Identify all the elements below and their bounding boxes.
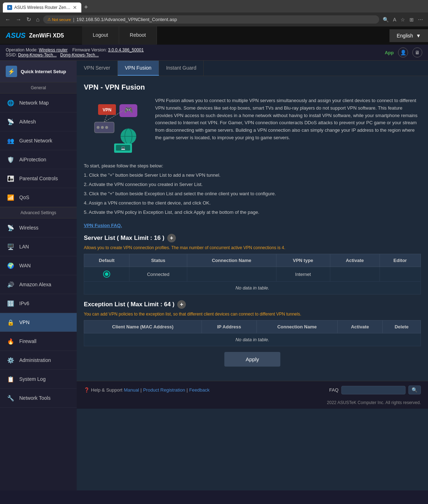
manual-link[interactable]: Manual [124, 387, 139, 393]
step-1: 1. Click the "+" button beside Server Li… [84, 171, 421, 180]
search-icon-btn[interactable]: 🔍 [381, 15, 390, 24]
faq-section: FAQ 🔍 [329, 385, 421, 394]
firmware-link[interactable]: 3.0.0.4.386_50001 [108, 47, 144, 52]
sidebar: ⚡ Quick Internet Setup General 🌐 Network… [0, 61, 77, 490]
language-selector[interactable]: English ▼ [389, 29, 428, 42]
ssid2-link[interactable]: Dong-Knows-Tech... [60, 52, 99, 57]
footer-links: ❓ Help & Support Manual | Product Regist… [84, 387, 209, 393]
user-icon[interactable]: 👤 [398, 47, 408, 57]
asus-logo: ASUS [6, 31, 26, 40]
vpn-icon: 🔒 [6, 317, 16, 327]
administration-icon: ⚙️ [6, 355, 16, 365]
browser-chrome: A ASUS Wireless Router ZenWiFi X... ✕ + … [0, 0, 428, 26]
system-log-icon: 📋 [6, 374, 16, 384]
sidebar-item-network-tools[interactable]: 🔧 Network Tools [0, 389, 77, 408]
sidebar-item-wireless[interactable]: 📡 Wireless [0, 218, 77, 237]
registration-link[interactable]: Product Registration [143, 387, 185, 393]
sidebar-item-label-wan: WAN [19, 263, 31, 268]
router-header: ASUS ZenWiFi XD5 Logout Reboot English ▼ [0, 26, 428, 45]
browser-tab[interactable]: A ASUS Wireless Router ZenWiFi X... ✕ [3, 2, 81, 12]
refresh-button[interactable]: ↻ [25, 15, 32, 24]
server-row-1: Connected Internet [84, 267, 421, 282]
mode-link[interactable]: Wireless router [39, 47, 68, 52]
add-exception-button[interactable]: + [177, 300, 186, 309]
logout-button[interactable]: Logout [82, 26, 119, 45]
app-label: App [385, 50, 394, 55]
default-dot [103, 271, 110, 278]
sidebar-item-system-log[interactable]: 📋 System Log [0, 370, 77, 389]
svg-point-3 [97, 126, 100, 129]
tab-close-btn[interactable]: ✕ [73, 5, 77, 10]
server-list-header: Server List ( Max Limit : 16 ) + [84, 234, 421, 242]
exception-col-connection-name: Connection Name [256, 321, 337, 333]
monitor-icon[interactable]: 🖥 [412, 47, 422, 57]
step-3: 3. Click the "+" button beside Exception… [84, 189, 421, 198]
sidebar-item-guest-network[interactable]: 👥 Guest Network [0, 131, 77, 150]
faq-search-input[interactable] [341, 386, 406, 394]
sidebar-item-amazon-alexa[interactable]: 🔊 Amazon Alexa [0, 275, 77, 294]
address-bar[interactable]: ⚠ Not secure | 192.168.50.1/Advanced_VPN… [43, 15, 379, 24]
server-empty-message: No data in table. [84, 282, 421, 294]
sidebar-item-qos[interactable]: 📶 QoS [0, 188, 77, 207]
vpn-faq-link[interactable]: VPN Fusion FAQ. [84, 223, 122, 228]
server-list-title: Server List ( Max Limit : 16 ) [84, 235, 164, 242]
sidebar-item-wan[interactable]: 🌍 WAN [0, 256, 77, 275]
info-bar-text: Operation Mode: Wireless router Firmware… [6, 47, 144, 57]
steps-title: To start, please follow the steps below: [84, 161, 421, 171]
vpn-intro-section: VPN 🎮 [84, 97, 421, 154]
feedback-link[interactable]: Feedback [189, 387, 209, 393]
help-icon: ❓ [84, 387, 90, 393]
info-bar: Operation Mode: Wireless router Firmware… [0, 45, 428, 61]
sidebar-item-vpn[interactable]: 🔒 VPN [0, 313, 77, 332]
sidebar-item-label-qos: QoS [19, 195, 29, 200]
amazon-alexa-icon: 🔊 [6, 279, 16, 289]
quick-setup-label: Quick Internet Setup [21, 69, 66, 74]
sidebar-item-administration[interactable]: ⚙️ Administration [0, 351, 77, 370]
qos-icon: 📶 [6, 192, 16, 202]
tab-vpn-fusion[interactable]: VPN Fusion [118, 61, 159, 76]
sidebar-item-ipv6[interactable]: 🔢 IPv6 [0, 294, 77, 313]
svg-text:💻: 💻 [121, 146, 126, 150]
sidebar-item-firewall[interactable]: 🔥 Firewall [0, 332, 77, 351]
sidebar-item-label-wireless: Wireless [19, 225, 39, 231]
server-table-header-row: Default Status Connection Name VPN type … [84, 254, 421, 267]
faq-search-button[interactable]: 🔍 [408, 385, 421, 394]
firewall-icon: 🔥 [6, 336, 16, 346]
exception-col-activate: Activate [337, 321, 382, 333]
collections-icon-btn[interactable]: ⊞ [408, 15, 415, 24]
footer: ❓ Help & Support Manual | Product Regist… [77, 381, 428, 399]
svg-line-14 [104, 115, 107, 122]
sidebar-item-aimesh[interactable]: 📡 AiMesh [0, 112, 77, 131]
exception-list-title: Exception List ( Max Limit : 64 ) [84, 301, 174, 308]
tab-vpn-server[interactable]: VPN Server [77, 61, 118, 76]
vpn-diagram-svg: VPN 🎮 [87, 97, 144, 154]
sidebar-item-aiprotection[interactable]: 🛡️ AiProtection [0, 150, 77, 169]
network-tools-icon: 🔧 [6, 393, 16, 403]
profile-icon-btn[interactable]: A [392, 15, 398, 24]
home-button[interactable]: ⌂ [35, 15, 41, 24]
sidebar-item-label-parental-controls: Parental Controls [19, 176, 58, 181]
sidebar-item-label-firewall: Firewall [19, 338, 36, 344]
sidebar-item-lan[interactable]: 🖥️ LAN [0, 237, 77, 256]
forward-button[interactable]: → [14, 15, 23, 24]
more-icon-btn[interactable]: ⋯ [417, 15, 424, 24]
server-row-1-status: Connected [129, 267, 187, 282]
reboot-button[interactable]: Reboot [119, 26, 157, 45]
add-server-button[interactable]: + [167, 234, 176, 242]
ssid1-link[interactable]: Dong-Knows-Tech... [18, 52, 57, 57]
svg-point-4 [101, 126, 104, 129]
quick-setup-item[interactable]: ⚡ Quick Internet Setup [0, 61, 77, 82]
sidebar-item-parental-controls[interactable]: 👨‍👧 Parental Controls [0, 169, 77, 188]
server-row-1-editor [379, 267, 421, 282]
back-button[interactable]: ← [4, 15, 12, 24]
apply-button[interactable]: Apply [224, 352, 281, 367]
new-tab-button[interactable]: + [81, 2, 91, 12]
exception-col-client-name: Client Name (MAC Address) [84, 321, 202, 333]
server-col-vpn-type: VPN type [276, 254, 330, 267]
sidebar-item-network-map[interactable]: 🌐 Network Map [0, 94, 77, 112]
favorites-icon-btn[interactable]: ☆ [399, 15, 407, 24]
main-layout: ⚡ Quick Internet Setup General 🌐 Network… [0, 61, 428, 490]
server-row-1-activate [330, 267, 379, 282]
svg-text:VPN: VPN [103, 107, 112, 112]
tab-instant-guard[interactable]: Instant Guard [159, 61, 204, 76]
